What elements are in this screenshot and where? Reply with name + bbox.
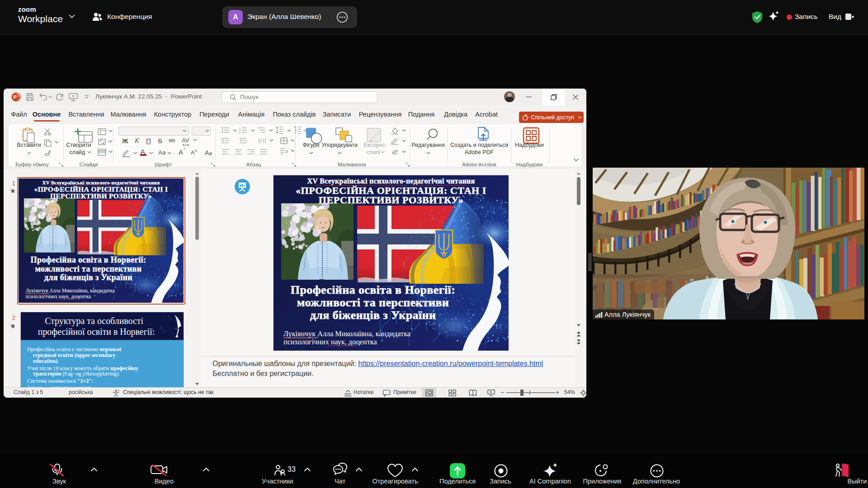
svg-text:Лукіянчук Алла Миколаївна, кан: Лукіянчук Алла Миколаївна, кандидатка [25, 288, 114, 294]
svg-text:можливості та перспективи: можливості та перспективи [35, 264, 142, 273]
svg-text:психологічних наук, доцентка: психологічних наук, доцентка [25, 294, 91, 300]
svg-text:Лукіянчук Алла Миколаївна, кан: Лукіянчук Алла Миколаївна, кандидатка [283, 330, 410, 338]
svg-text:A: A [205, 149, 209, 156]
svg-text:education).: education). [33, 358, 59, 364]
svg-text:професійної освіти в Норвегії:: професійної освіти в Норвегії: [38, 327, 155, 337]
svg-text:середньої освіти (upper second: середньої освіти (upper secondary [33, 352, 115, 358]
svg-text:ПЕРСПЕКТИВИ РОЗВИТКУ»: ПЕРСПЕКТИВИ РОЗВИТКУ» [50, 192, 152, 200]
svg-text:Система називається "2+2":: Система називається "2+2": [27, 378, 94, 384]
svg-text:Учні після 10 класу можуть обр: Учні після 10 класу можуть обрати профес… [27, 365, 138, 371]
svg-text:Структура та особливості: Структура та особливості [45, 316, 143, 326]
svg-text:можливості та перспективи: можливості та перспективи [297, 296, 449, 309]
svg-text:P: P [13, 94, 16, 100]
svg-text:3: 3 [239, 131, 241, 134]
svg-text:для біженців з України: для біженців з України [310, 309, 436, 322]
svg-text:психологічних наук, доцентка: психологічних наук, доцентка [283, 338, 377, 346]
svg-text:Професійна освіта є частиною в: Професійна освіта є частиною верхньої [27, 346, 122, 352]
svg-text:Професійна освіта в Норвегії:: Професійна освіта в Норвегії: [31, 255, 146, 264]
svg-text:XV Всеукраїнські психолого-пед: XV Всеукраїнські психолого-педагогічні ч… [42, 180, 160, 185]
svg-text:Професійна освіта в Норвегії:: Професійна освіта в Норвегії: [291, 283, 455, 296]
svg-text:ПЕРСПЕКТИВИ РОЗВИТКУ»: ПЕРСПЕКТИВИ РОЗВИТКУ» [319, 194, 464, 206]
svg-text:XV Всеукраїнські психолого-пед: XV Всеукраїнські психолого-педагогічні ч… [307, 177, 475, 185]
svg-text:для біженців з України: для біженців з України [44, 273, 133, 282]
svg-text:траєкторію (Fag- og yrkesopplæ: траєкторію (Fag- og yrkesopplæring). [33, 371, 120, 377]
